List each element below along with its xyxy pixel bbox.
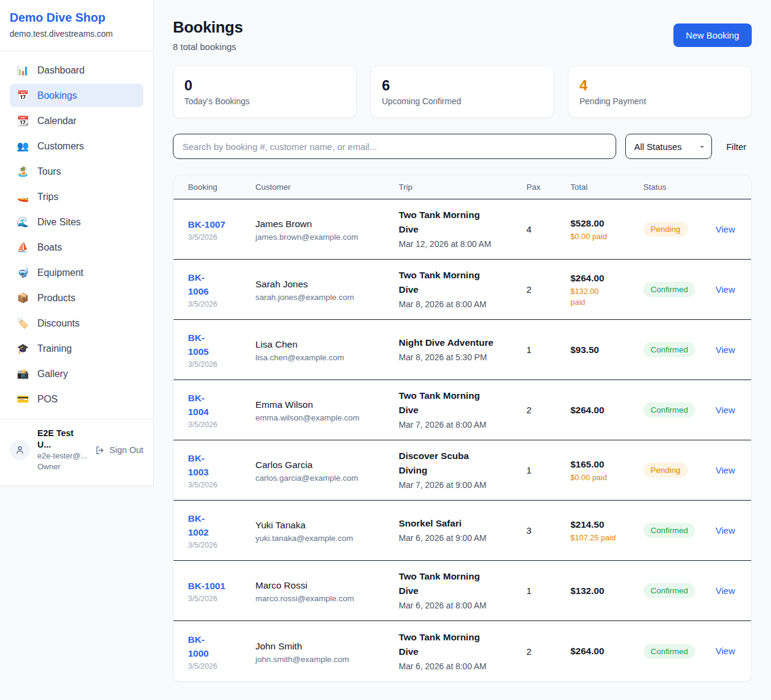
- booking-cell: BK-10033/5/2026: [188, 451, 255, 489]
- sidebar-item-label: Boats: [37, 242, 62, 253]
- user-email: e2e-tester@...: [37, 451, 88, 461]
- sidebar-item-dashboard[interactable]: 📊Dashboard: [10, 58, 143, 82]
- shop-domain: demo.test.divestreams.com: [10, 29, 143, 39]
- customer-name: Yuki Tanaka: [255, 518, 399, 532]
- total-amount: $93.50: [570, 343, 643, 357]
- booking-id-link[interactable]: BK-1007: [188, 217, 225, 231]
- customer-cell: Carlos Garciacarlos.garcia@example.com: [255, 458, 399, 483]
- sidebar-item-label: Dashboard: [37, 65, 84, 76]
- trip-cell: Snorkel SafariMar 6, 2026 at 9:00 AM: [399, 516, 526, 545]
- sidebar-item-tours[interactable]: 🏝️Tours: [10, 160, 143, 183]
- trip-name: Two Tank MorningDive: [399, 268, 526, 297]
- sidebar-item-bookings[interactable]: 📅Bookings: [10, 84, 143, 107]
- total-amount: $165.00: [570, 458, 643, 471]
- page-title: Bookings: [173, 18, 243, 37]
- sidebar-item-dive-sites[interactable]: 🌊Dive Sites: [10, 210, 143, 234]
- sidebar-item-label: Trips: [37, 192, 58, 202]
- sidebar-item-trips[interactable]: 🚤Trips: [10, 185, 143, 208]
- sidebar-item-gallery[interactable]: 📸Gallery: [10, 362, 143, 386]
- trip-datetime: Mar 8, 2026 at 5:30 PM: [399, 351, 526, 364]
- sidebar-item-discounts[interactable]: 🏷️Discounts: [10, 311, 143, 335]
- booking-id-link[interactable]: BK-1005: [188, 331, 208, 358]
- trip-cell: Discover ScubaDivingMar 7, 2026 at 9:00 …: [399, 449, 526, 492]
- person-icon: [14, 445, 25, 455]
- status-filter-select[interactable]: All Statuses: [625, 134, 712, 159]
- booking-date: 3/5/2026: [188, 233, 255, 242]
- sidebar-item-products[interactable]: 📦Products: [10, 286, 143, 310]
- status-select-wrap: All Statuses ⌄: [625, 134, 712, 159]
- booking-date: 3/5/2026: [188, 662, 255, 670]
- new-booking-button[interactable]: New Booking: [673, 23, 752, 47]
- stat-card-upcoming-confirmed: 6 Upcoming Confirmed: [370, 66, 554, 118]
- page-header: Bookings 8 total bookings New Booking: [173, 18, 752, 52]
- trip-datetime: Mar 8, 2026 at 8:00 AM: [399, 298, 526, 311]
- customer-cell: Yuki Tanakayuki.tanaka@example.com: [255, 518, 399, 543]
- sidebar-item-pos[interactable]: 💳POS: [10, 387, 143, 411]
- booking-id-link[interactable]: BK-1000: [188, 633, 208, 660]
- customer-name: James Brown: [255, 217, 399, 231]
- customer-name: John Smith: [255, 639, 399, 653]
- total-amount: $264.00: [570, 404, 643, 417]
- calendar-icon: 📅: [17, 90, 29, 101]
- booking-cell: BK-10023/5/2026: [188, 511, 255, 549]
- view-link[interactable]: View: [716, 224, 735, 234]
- wave-icon: 🌊: [17, 216, 29, 228]
- camera-icon: 📸: [17, 368, 29, 380]
- sidebar-item-equipment[interactable]: 🤿Equipment: [10, 261, 143, 284]
- view-link[interactable]: View: [716, 284, 735, 295]
- trip-name: Two Tank MorningDive: [399, 569, 526, 598]
- stat-label: Today's Bookings: [184, 96, 345, 106]
- pax-count: 2: [526, 405, 570, 415]
- column-header-customer: Customer: [255, 183, 399, 192]
- view-link[interactable]: View: [716, 586, 735, 596]
- booking-id-link[interactable]: BK-1002: [188, 511, 208, 539]
- booking-id-link[interactable]: BK-1003: [188, 451, 208, 479]
- sidebar-item-customers[interactable]: 👥Customers: [10, 134, 143, 158]
- stat-value: 6: [382, 77, 543, 95]
- status-badge: Confirmed: [643, 282, 695, 297]
- booking-date: 3/5/2026: [188, 300, 255, 308]
- view-cell: View: [716, 525, 737, 536]
- sidebar-item-calendar[interactable]: 📆Calendar: [10, 109, 143, 133]
- search-input[interactable]: [173, 134, 616, 159]
- stat-card-pending-payment: 4 Pending Payment: [568, 66, 752, 118]
- main-content: Bookings 8 total bookings New Booking 0 …: [154, 0, 771, 682]
- user-section: E2E Test U... e2e-tester@... Owner Sign …: [0, 419, 153, 486]
- sidebar-item-training[interactable]: 🎓Training: [10, 337, 143, 360]
- trip-datetime: Mar 12, 2026 at 8:00 AM: [399, 238, 526, 251]
- trip-name: Discover ScubaDiving: [399, 449, 526, 478]
- filter-button[interactable]: Filter: [721, 142, 752, 152]
- sidebar-item-boats[interactable]: ⛵Boats: [10, 236, 143, 259]
- total-cell: $264.00$132.00paid: [570, 272, 643, 308]
- view-cell: View: [716, 646, 737, 657]
- customer-name: Sarah Jones: [255, 277, 399, 291]
- customer-email: lisa.chen@example.com: [255, 353, 399, 362]
- speedboat-icon: 🚤: [17, 191, 29, 202]
- view-link[interactable]: View: [716, 465, 735, 475]
- status-cell: Confirmed: [643, 644, 716, 659]
- sidebar-item-label: Discounts: [37, 318, 80, 329]
- trip-name: Night Dive Adventure: [399, 336, 526, 350]
- view-link[interactable]: View: [716, 646, 735, 656]
- stat-label: Upcoming Confirmed: [382, 96, 543, 106]
- view-link[interactable]: View: [716, 525, 735, 536]
- total-cell: $264.00: [570, 645, 643, 658]
- trip-cell: Two Tank MorningDiveMar 8, 2026 at 8:00 …: [399, 268, 526, 311]
- view-link[interactable]: View: [716, 405, 735, 415]
- pax-count: 2: [526, 284, 570, 295]
- customer-cell: Sarah Jonessarah.jones@example.com: [255, 277, 399, 302]
- sign-out-button[interactable]: Sign Out: [95, 445, 143, 455]
- booking-id-link[interactable]: BK-1001: [188, 579, 225, 593]
- customer-name: Marco Rossi: [255, 578, 399, 592]
- view-link[interactable]: View: [716, 345, 735, 355]
- status-cell: Confirmed: [643, 342, 716, 357]
- graduation-cap-icon: 🎓: [17, 343, 29, 354]
- table-row: BK-10023/5/2026Yuki Tanakayuki.tanaka@ex…: [173, 501, 751, 561]
- booking-id-link[interactable]: BK-1006: [188, 270, 208, 298]
- total-cell: $165.00$0.00 paid: [570, 458, 643, 483]
- view-cell: View: [716, 465, 737, 476]
- sidebar-item-label: Training: [37, 343, 72, 354]
- booking-id-link[interactable]: BK-1004: [188, 391, 208, 419]
- customer-cell: Emma Wilsonemma.wilson@example.com: [255, 398, 399, 422]
- trip-name: Two Tank MorningDive: [399, 208, 526, 237]
